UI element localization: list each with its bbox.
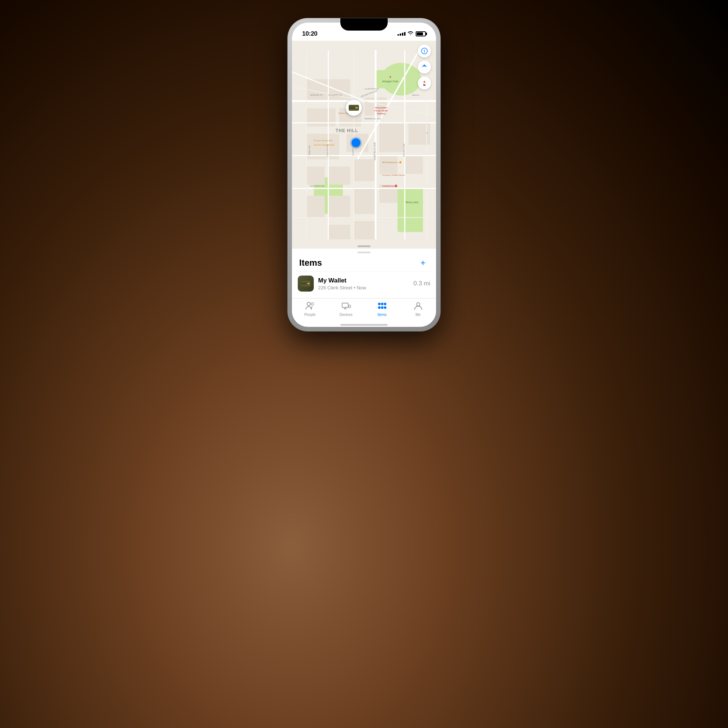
svg-text:⊕ Zap Laundromat: ⊕ Zap Laundromat (314, 139, 332, 142)
scene: 10:20 (0, 0, 728, 728)
home-bar (340, 324, 388, 326)
svg-text:GARFIELD AVE: GARFIELD AVE (373, 142, 376, 160)
svg-rect-13 (354, 159, 376, 181)
phone-notch (340, 18, 388, 31)
item-subtitle: 226 Clerk Street • Now (318, 285, 413, 291)
people-tab-icon (305, 301, 315, 312)
svg-rect-76 (342, 303, 348, 307)
svg-text:Arlington Park: Arlington Park (382, 80, 398, 83)
devices-tab-icon (341, 301, 351, 312)
svg-text:P: P (427, 132, 428, 134)
svg-point-74 (307, 303, 310, 306)
compass-label: N (423, 83, 425, 87)
signal-bar-1 (398, 34, 399, 36)
tab-devices[interactable]: Devices (333, 301, 359, 317)
svg-text:i: i (424, 49, 425, 53)
status-icons (398, 31, 426, 37)
svg-point-85 (384, 306, 386, 309)
sheet-handle (292, 249, 436, 253)
svg-rect-19 (328, 196, 350, 218)
svg-point-86 (416, 303, 420, 306)
tab-people[interactable]: People (297, 301, 323, 317)
compass-needle-icon: ▲ (423, 80, 426, 83)
tab-items[interactable]: Items (369, 301, 395, 317)
me-tab-icon (413, 301, 423, 312)
map-info-button[interactable]: i (418, 44, 431, 58)
svg-text:902 Brewing Co. 🔶: 902 Brewing Co. 🔶 (382, 161, 402, 164)
svg-rect-79 (349, 305, 350, 307)
svg-rect-6 (306, 109, 336, 127)
bottom-sheet: Items + My Wallet 226 Clerk Street • Now (292, 249, 436, 298)
svg-text:Marcos: Marcos (412, 94, 419, 96)
svg-text:THE HILL: THE HILL (336, 128, 358, 133)
tab-items-label: Items (378, 313, 386, 317)
svg-point-84 (381, 306, 383, 309)
signal-bar-2 (400, 34, 401, 36)
map-area[interactable]: GARFIELD AVE ARLINGTON AVE OCEAN AVE PAC… (292, 41, 436, 249)
phone-device: 10:20 (288, 18, 440, 331)
status-time: 10:20 (302, 30, 317, 37)
location-button[interactable] (418, 60, 431, 73)
item-icon (298, 275, 314, 292)
svg-text:⊕ Extra Supermarket: ⊕ Extra Supermarket (314, 144, 335, 146)
tab-bar: People Devices (292, 298, 436, 324)
tab-me-label: Me (416, 313, 421, 317)
svg-point-82 (384, 303, 386, 305)
signal-bar-4 (404, 32, 405, 36)
svg-text:CLINTON AVE: CLINTON AVE (365, 88, 379, 90)
tab-devices-label: Devices (340, 313, 353, 317)
map-pull-indicator (358, 245, 370, 247)
sheet-handle-bar (358, 252, 370, 253)
svg-text:SEIDLER ST: SEIDLER ST (310, 94, 323, 96)
item-name: My Wallet (318, 277, 413, 284)
item-list: My Wallet 226 Clerk Street • Now 0.3 mi (292, 272, 436, 298)
sheet-header: Items + (292, 253, 436, 272)
svg-text:Family Health: Family Health (375, 110, 388, 112)
svg-text:📍: 📍 (388, 76, 392, 80)
svg-point-83 (378, 306, 380, 309)
svg-text:BIDE AVE: BIDE AVE (308, 145, 310, 155)
battery-fill (417, 32, 423, 35)
wallet-map-pin (346, 100, 362, 116)
item-row[interactable]: My Wallet 226 Clerk Street • Now 0.3 mi (298, 272, 430, 295)
svg-text:PACIFIC AVE: PACIFIC AVE (403, 144, 405, 156)
svg-rect-20 (354, 188, 376, 214)
map-controls: i ▲ N (418, 44, 431, 90)
user-location-dot (352, 138, 360, 147)
svg-rect-2 (376, 70, 405, 89)
svg-rect-73 (307, 283, 310, 284)
svg-rect-21 (379, 185, 398, 203)
compass-button[interactable]: ▲ N (418, 76, 431, 90)
svg-text:Metropolitan: Metropolitan (375, 107, 387, 109)
svg-rect-23 (354, 221, 376, 240)
sheet-title: Items (299, 258, 322, 268)
svg-point-75 (311, 303, 314, 305)
svg-text:BAYVIEW AVE: BAYVIEW AVE (310, 185, 325, 187)
signal-bars-icon (398, 32, 405, 36)
svg-rect-16 (379, 156, 398, 174)
map-svg: GARFIELD AVE ARLINGTON AVE OCEAN AVE PAC… (292, 41, 436, 249)
svg-rect-18 (306, 196, 325, 218)
battery-icon (416, 31, 426, 37)
phone-shell: 10:20 (288, 18, 440, 331)
svg-rect-17 (405, 156, 423, 174)
svg-text:ATLANTIC ST: ATLANTIC ST (328, 94, 342, 96)
svg-text:OCEAN AVE: OCEAN AVE (327, 144, 329, 156)
svg-point-80 (378, 303, 380, 305)
svg-rect-67 (355, 107, 358, 109)
items-tab-icon (378, 301, 387, 312)
phone-screen: 10:20 (292, 23, 436, 327)
signal-bar-3 (402, 33, 403, 36)
item-distance: 0.3 mi (413, 280, 430, 287)
svg-rect-22 (328, 225, 350, 240)
home-indicator (292, 324, 436, 327)
add-item-button[interactable]: + (417, 257, 429, 269)
svg-rect-12 (328, 167, 350, 185)
tab-me[interactable]: Me (405, 301, 431, 317)
svg-text:Network: Network (377, 112, 385, 115)
svg-text:Berry Lane: Berry Lane (406, 201, 418, 204)
svg-point-81 (381, 303, 383, 305)
svg-rect-11 (306, 167, 325, 185)
item-info: My Wallet 226 Clerk Street • Now (318, 277, 413, 291)
tab-people-label: People (304, 313, 316, 317)
